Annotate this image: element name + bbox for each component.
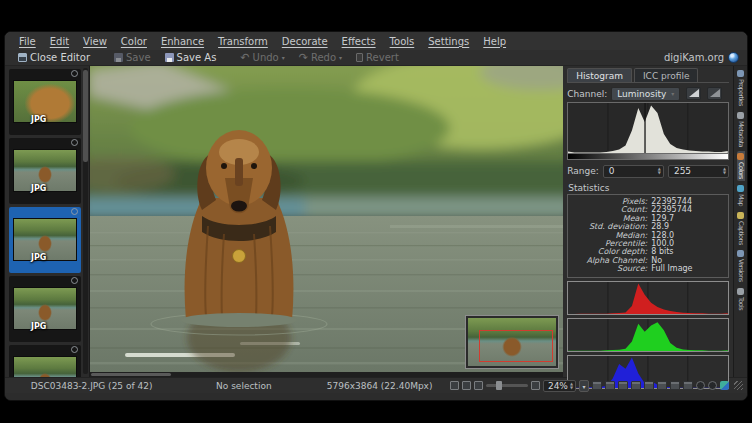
menu-tools[interactable]: Tools — [384, 34, 421, 49]
sidebar-tab-map[interactable]: Map — [737, 183, 745, 208]
select-all-icon[interactable] — [450, 381, 459, 390]
save-as-button[interactable]: Save As — [160, 51, 222, 65]
pan-navigator[interactable] — [465, 315, 559, 369]
metadata-icon — [737, 112, 744, 119]
thumbnail-bar: JPG JPG JPG JPG — [5, 66, 90, 377]
tone-gradient-strip — [567, 154, 729, 160]
menu-settings[interactable]: Settings — [422, 34, 475, 49]
close-editor-button[interactable]: Close Editor — [13, 51, 95, 65]
thumbnail-4[interactable]: JPG — [9, 276, 81, 342]
versions-icon — [71, 70, 78, 77]
channel-select[interactable]: Luminosity ▾ — [611, 87, 680, 101]
statusbar-button-4[interactable] — [631, 381, 641, 390]
menu-help[interactable]: Help — [477, 34, 512, 49]
thumbnail-scrollbar[interactable] — [83, 68, 88, 374]
redo-dropdown-icon[interactable]: ▾ — [339, 54, 342, 61]
spin-down-icon[interactable]: ▼ — [723, 171, 726, 175]
format-badge: JPG — [31, 115, 46, 124]
window-footer — [5, 393, 747, 401]
canvas-horizontal-scrollbar[interactable] — [90, 372, 563, 377]
menu-effects[interactable]: Effects — [336, 34, 382, 49]
colors-icon — [737, 153, 744, 160]
format-badge: JPG — [31, 253, 46, 262]
window-resize-grip[interactable] — [734, 381, 743, 390]
log-scale-button[interactable] — [707, 87, 722, 100]
statusbar-button-8[interactable] — [683, 381, 693, 390]
linear-scale-button[interactable] — [686, 87, 701, 100]
chevron-down-icon: ▾ — [671, 90, 674, 97]
sidebar-tab-versions[interactable]: Versions — [737, 248, 745, 284]
menu-decorate[interactable]: Decorate — [276, 34, 334, 49]
close-editor-icon — [18, 53, 27, 62]
revert-button[interactable]: Revert — [351, 51, 404, 65]
menu-transform[interactable]: Transform — [212, 34, 274, 49]
thumbnail-scrollbar-thumb[interactable] — [83, 70, 88, 162]
statusbar-button-7[interactable] — [670, 381, 680, 390]
range-max-spinbox[interactable]: 255 ▲▼ — [668, 165, 729, 178]
thumbnail-5[interactable] — [9, 345, 81, 377]
menu-enhance[interactable]: Enhance — [155, 34, 210, 49]
navigator-view-rect[interactable] — [479, 330, 553, 363]
thumbnail-1[interactable]: JPG — [9, 69, 81, 135]
sidebar-tab-colors[interactable]: Colors — [737, 151, 745, 181]
sidebar-tab-label: Properties — [737, 79, 745, 106]
save-label: Save — [126, 52, 151, 63]
tab-histogram[interactable]: Histogram — [567, 68, 632, 82]
zoom-preset-dropdown[interactable]: ▾ — [579, 380, 589, 392]
zoom-slider-thumb[interactable] — [496, 381, 502, 390]
fit-selection-icon[interactable] — [474, 381, 483, 390]
stat-value: Full Image — [651, 265, 692, 273]
menubar: File Edit View Color Enhance Transform D… — [5, 32, 747, 50]
menu-file[interactable]: File — [13, 34, 42, 49]
sidebar-tab-properties[interactable]: Properties — [737, 68, 745, 108]
color-managed-view-icon[interactable] — [720, 381, 729, 390]
thumbnail-2[interactable]: JPG — [9, 138, 81, 204]
statusbar-button-2[interactable] — [605, 381, 615, 390]
fit-window-icon[interactable] — [462, 381, 471, 390]
zoom-slider[interactable] — [486, 384, 528, 387]
thumbnail-3-selected[interactable]: JPG — [9, 207, 81, 273]
redo-label: Redo — [311, 52, 336, 63]
save-button[interactable]: Save — [109, 51, 156, 65]
zoom-percent-spinbox[interactable]: 24% ▲▼ — [543, 380, 576, 392]
red-channel-histogram — [567, 281, 729, 315]
menu-edit[interactable]: Edit — [44, 34, 75, 49]
log-scale-icon — [710, 89, 720, 97]
versions-icon — [737, 250, 744, 257]
save-icon — [114, 53, 123, 62]
statusbar-button-6[interactable] — [657, 381, 667, 390]
redo-button[interactable]: ↷ Redo ▾ — [294, 51, 347, 65]
luminosity-histogram[interactable] — [567, 102, 729, 154]
range-min-value: 0 — [609, 166, 658, 176]
format-badge: JPG — [31, 322, 46, 331]
spin-down-icon[interactable]: ▼ — [570, 386, 573, 390]
right-sidebar-colors-panel: Histogram ICC profile Channel: Luminosit… — [562, 66, 733, 377]
menu-color[interactable]: Color — [115, 34, 153, 49]
over-exposure-icon[interactable] — [708, 381, 717, 390]
undo-dropdown-icon[interactable]: ▾ — [282, 54, 285, 61]
statusbar-button-5[interactable] — [644, 381, 654, 390]
undo-icon: ↶ — [240, 53, 249, 63]
sidebar-tab-metadata[interactable]: Metadata — [737, 110, 745, 149]
zoom-expand-icon[interactable] — [531, 381, 540, 390]
under-exposure-icon[interactable] — [696, 381, 705, 390]
statusbar-button-1[interactable] — [592, 381, 602, 390]
tab-icc-profile[interactable]: ICC profile — [634, 68, 699, 82]
toolbar: Close Editor Save Save As ↶ Undo ▾ ↷ Red… — [5, 50, 747, 66]
sidebar-tab-tools[interactable]: Tools — [737, 286, 745, 312]
captions-icon — [737, 212, 744, 219]
range-min-spinbox[interactable]: 0 ▲▼ — [603, 165, 664, 178]
versions-icon — [71, 208, 78, 215]
canvas-hscroll-thumb[interactable] — [91, 373, 171, 376]
undo-label: Undo — [253, 52, 279, 63]
spin-down-icon[interactable]: ▼ — [658, 171, 661, 175]
menu-view[interactable]: View — [77, 34, 113, 49]
editor-canvas[interactable] — [90, 66, 562, 377]
globe-icon — [728, 52, 739, 63]
undo-button[interactable]: ↶ Undo ▾ — [235, 51, 289, 65]
save-as-label: Save As — [177, 52, 217, 63]
sidebar-tab-captions[interactable]: Captions — [737, 210, 745, 247]
statusbar-button-3[interactable] — [618, 381, 628, 390]
thumbnail-image — [13, 356, 77, 377]
zoom-controls: 24% ▲▼ ▾ — [450, 380, 747, 392]
